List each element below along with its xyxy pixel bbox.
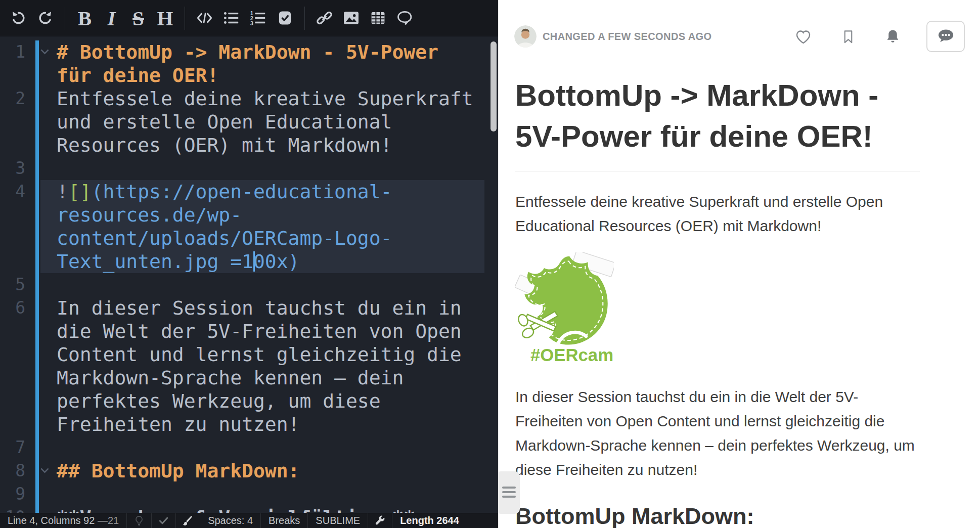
cursor-position: Line 4, Columns 92 — 21 bbox=[0, 513, 126, 528]
session-paragraph: In dieser Session tauchst du ein in die … bbox=[515, 385, 920, 482]
editor-line-text[interactable]: ## BottomUp MarkDown: bbox=[57, 459, 479, 482]
fold-chevron-down-icon[interactable] bbox=[32, 459, 57, 482]
bell-icon bbox=[884, 28, 901, 45]
doc-length: Length 2644 bbox=[392, 513, 467, 528]
note-title: BottomUp -> MarkDown - 5V-Power für dein… bbox=[515, 75, 920, 171]
toolbar-divider bbox=[185, 7, 185, 30]
gutter-spacer bbox=[32, 273, 57, 296]
editor-line: 2Entfessele deine kreative Superkraft un… bbox=[0, 87, 498, 157]
editor-pane: BISH123 1# BottomUp -> MarkDown - 5V-Pow… bbox=[0, 0, 498, 528]
editor-line: 8## BottomUp MarkDown: bbox=[0, 459, 498, 482]
editor-statusbar: Line 4, Columns 92 — 21Spaces: 4BreaksSU… bbox=[0, 513, 498, 528]
favorite-button[interactable] bbox=[794, 28, 812, 46]
strikethrough-button[interactable]: S bbox=[125, 0, 152, 36]
fold-chevron-down-icon[interactable] bbox=[32, 40, 57, 87]
comment-bubble-icon bbox=[937, 27, 955, 46]
gutter-spacer bbox=[32, 436, 57, 459]
keymap-toggle[interactable]: SUBLIME bbox=[307, 513, 368, 528]
preview-pane[interactable]: CHANGED A FEW SECONDS AGO BottomUp -> Ma… bbox=[498, 0, 980, 528]
spellcheck-button[interactable] bbox=[151, 513, 175, 528]
italic-button-label: I bbox=[108, 0, 116, 36]
notifications-button[interactable] bbox=[884, 28, 901, 45]
redo-button[interactable] bbox=[32, 0, 59, 36]
task-list-button[interactable] bbox=[272, 0, 298, 36]
heading-button-label: H bbox=[157, 0, 173, 36]
line-number: 5 bbox=[0, 273, 32, 296]
line-number: 9 bbox=[0, 482, 32, 506]
code-block-button[interactable] bbox=[191, 0, 218, 36]
editor-line-text[interactable]: Entfessele deine kreative Superkraft und… bbox=[57, 87, 479, 157]
link-icon bbox=[316, 10, 333, 26]
ordered-list-button[interactable]: 123 bbox=[245, 0, 272, 36]
section-heading: BottomUp MarkDown: bbox=[515, 502, 920, 528]
theme-brush-button[interactable] bbox=[175, 513, 200, 528]
line-number: 4 bbox=[0, 180, 32, 273]
insert-comment-button[interactable] bbox=[391, 0, 418, 36]
editor-line-text[interactable]: **Verwahren & Vervielfältigen** bbox=[57, 506, 479, 513]
code-icon bbox=[196, 10, 213, 26]
comments-button[interactable] bbox=[926, 21, 965, 52]
hamburger-icon bbox=[502, 487, 516, 489]
italic-button[interactable]: I bbox=[98, 0, 125, 36]
oercamp-logo-image: #OERcamp bbox=[515, 252, 614, 365]
toc-toggle-handle[interactable] bbox=[499, 471, 520, 514]
editor-settings-button[interactable] bbox=[368, 513, 392, 528]
editor-line-text[interactable] bbox=[57, 273, 479, 296]
insert-link-button[interactable] bbox=[311, 0, 338, 36]
line-number: 8 bbox=[0, 459, 32, 482]
insert-image-button[interactable] bbox=[338, 0, 365, 36]
note-info-header: CHANGED A FEW SECONDS AGO bbox=[514, 20, 965, 53]
redo-icon bbox=[37, 10, 53, 26]
gutter-spacer bbox=[32, 180, 57, 273]
editor-line-text[interactable] bbox=[57, 157, 479, 180]
editor-line: 6In dieser Session tauchst du ein in die… bbox=[0, 296, 498, 436]
task-list-icon bbox=[277, 10, 293, 26]
editor-line: 3 bbox=[0, 157, 498, 180]
editor-scrollbar-thumb[interactable] bbox=[491, 41, 497, 131]
editor-line: 7 bbox=[0, 436, 498, 459]
unordered-list-button[interactable] bbox=[218, 0, 245, 36]
line-number: 7 bbox=[0, 436, 32, 459]
line-number: 1 bbox=[0, 40, 32, 87]
gutter-spacer bbox=[32, 482, 57, 506]
bookmark-button[interactable] bbox=[840, 29, 856, 45]
editor-lines: 1# BottomUp -> MarkDown - 5V-Power für d… bbox=[0, 40, 498, 513]
comment-icon bbox=[396, 10, 413, 26]
toolbar-divider bbox=[65, 7, 65, 30]
line-number: 3 bbox=[0, 157, 32, 180]
toolbar-divider bbox=[304, 7, 305, 30]
editor-line-text[interactable] bbox=[57, 482, 479, 506]
svg-text:3: 3 bbox=[250, 20, 253, 26]
undo-button[interactable] bbox=[5, 0, 32, 36]
gutter-spacer bbox=[32, 506, 57, 513]
intro-paragraph: Entfessele deine kreative Superkraft und… bbox=[515, 190, 920, 238]
heading-button[interactable]: H bbox=[152, 0, 179, 36]
editor-line: 5 bbox=[0, 273, 498, 296]
editor-line-text[interactable]: ![](https://open-educational-resources.d… bbox=[57, 180, 479, 273]
editor-code-area[interactable]: 1# BottomUp -> MarkDown - 5V-Power für d… bbox=[0, 36, 498, 513]
editor-line-text[interactable]: # BottomUp -> MarkDown - 5V-Power für de… bbox=[57, 40, 479, 87]
author-avatar[interactable] bbox=[514, 25, 537, 48]
gutter-spacer bbox=[32, 157, 57, 180]
night-mode-lightbulb-icon[interactable] bbox=[126, 513, 151, 528]
ordered-list-icon: 123 bbox=[250, 10, 266, 26]
markdown-editor-app: BISH123 1# BottomUp -> MarkDown - 5V-Pow… bbox=[0, 0, 980, 528]
line-number: 6 bbox=[0, 296, 32, 436]
table-icon bbox=[370, 10, 386, 26]
logo-text: #OERcamp bbox=[530, 345, 614, 365]
undo-icon bbox=[11, 10, 26, 26]
editor-line: 10**Verwahren & Vervielfältigen** bbox=[0, 506, 498, 513]
avatar-photo bbox=[514, 25, 537, 48]
indent-spaces-toggle[interactable]: Spaces: 4 bbox=[200, 513, 260, 528]
image-icon bbox=[343, 10, 360, 26]
heart-icon bbox=[794, 28, 812, 46]
editor-toolbar: BISH123 bbox=[0, 0, 498, 36]
bookmark-icon bbox=[840, 29, 856, 45]
gutter-spacer bbox=[32, 87, 57, 157]
editor-line-text[interactable]: In dieser Session tauchst du ein in die … bbox=[57, 296, 479, 436]
linebreaks-toggle[interactable]: Breaks bbox=[260, 513, 307, 528]
editor-line-text[interactable] bbox=[57, 436, 479, 459]
editor-line: 1# BottomUp -> MarkDown - 5V-Power für d… bbox=[0, 40, 498, 87]
bold-button[interactable]: B bbox=[71, 0, 98, 36]
insert-table-button[interactable] bbox=[365, 0, 391, 36]
